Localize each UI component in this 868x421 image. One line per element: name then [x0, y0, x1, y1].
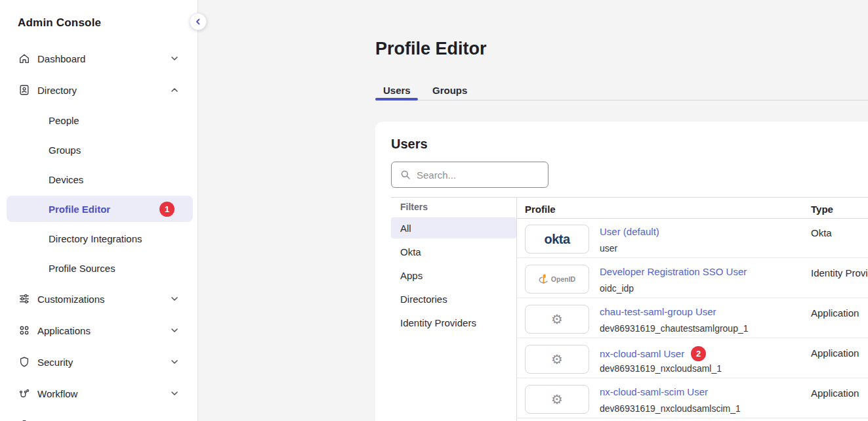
search-input[interactable] [417, 169, 535, 181]
sidebar-item-label: Devices [49, 174, 83, 185]
gear-icon: ⚙ [551, 353, 563, 366]
annotation-badge-1: 1 [159, 202, 175, 217]
card-heading: Users [391, 137, 428, 152]
profile-link[interactable]: chau-test-saml-group User [600, 306, 716, 317]
workflow-icon [18, 388, 30, 399]
okta-logo: okta [544, 232, 569, 247]
users-card: Users Filters All Okta Apps Directories … [375, 122, 868, 421]
admin-console-app: Admin Console Dashboard Directory People [0, 0, 868, 421]
table-row: okta User (default) user Okta [516, 218, 868, 258]
active-tab-indicator [375, 98, 418, 100]
chevron-down-icon [169, 325, 180, 336]
sidebar-item-label: Customizations [37, 294, 105, 305]
sidebar-item-workflow[interactable]: Workflow [8, 380, 192, 407]
tab-users[interactable]: Users [383, 85, 411, 96]
profile-type: Okta [811, 227, 832, 238]
openid-logo: OpenID [539, 273, 575, 285]
profile-id: oidc_idp [600, 283, 634, 294]
sidebar-item-label: Applications [37, 325, 91, 336]
gear-icon: ⚙ [551, 393, 563, 406]
sidebar-item-customizations[interactable]: Customizations [8, 286, 192, 312]
sidebar-item-label: Dashboard [37, 53, 85, 64]
sidebar-item-directory-integrations[interactable]: Directory Integrations [7, 225, 193, 252]
profile-id: dev86931619_nxcloudsaml_1 [600, 363, 722, 374]
profile-type: Identity Provider [811, 267, 868, 278]
chevron-left-icon [194, 17, 203, 26]
row-separator [516, 418, 868, 418]
sidebar: Admin Console Dashboard Directory People [0, 0, 198, 421]
column-header-type: Type [811, 204, 833, 215]
profile-type: Application [811, 388, 859, 399]
column-header-profile: Profile [525, 204, 556, 215]
sidebar-collapse-button[interactable] [190, 13, 207, 30]
search-icon [400, 169, 411, 180]
filter-item-apps[interactable]: Apps [391, 265, 516, 286]
profile-type: Application [811, 307, 859, 319]
table-row: ⚙ chau-test-saml-group User dev86931619_… [516, 298, 868, 338]
chevron-down-icon [169, 294, 180, 304]
profile-type: Application [811, 347, 859, 359]
sidebar-item-label: People [49, 115, 79, 126]
sliders-icon [18, 293, 30, 305]
sidebar-item-security[interactable]: Security [8, 349, 192, 375]
profile-logo-box: ⚙ [525, 305, 589, 334]
profile-logo-box: OpenID [525, 265, 589, 294]
table-row: ⚙ nx-cloud-saml-scim User dev86931619_nx… [516, 378, 868, 418]
profile-link[interactable]: User (default) [600, 226, 659, 237]
sidebar-item-directory[interactable]: Directory [8, 77, 192, 103]
sidebar-item-groups[interactable]: Groups [7, 137, 193, 163]
panel-top-border [391, 197, 868, 198]
filter-item-directories[interactable]: Directories [391, 288, 516, 309]
sidebar-item-label: Security [37, 357, 73, 368]
profile-id: dev86931619_nxcloudsamlscim_1 [600, 403, 741, 414]
chevron-up-icon [169, 85, 180, 95]
sidebar-item-label: Profile Editor [49, 204, 110, 215]
sidebar-item-profile-editor[interactable]: Profile Editor 1 [7, 196, 193, 222]
profile-id: dev86931619_chautestsamlgroup_1 [600, 323, 749, 334]
profile-link[interactable]: nx-cloud-saml-scim User [600, 386, 708, 397]
sidebar-item-label: Profile Sources [49, 263, 115, 274]
profile-logo-box: okta [525, 225, 589, 254]
annotation-badge-2: 2 [691, 346, 706, 361]
profile-link[interactable]: Developer Registration SSO User [600, 266, 747, 277]
sidebar-item-label: Directory [37, 85, 77, 96]
sidebar-item-applications[interactable]: Applications [8, 317, 192, 343]
chevron-down-icon [169, 53, 180, 64]
profile-id: user [600, 243, 617, 254]
app-title: Admin Console [18, 16, 101, 30]
filter-item-identity-providers[interactable]: Identity Providers [391, 312, 516, 333]
profile-logo-box: ⚙ [525, 385, 589, 414]
profile-logo-box: ⚙ [525, 345, 589, 374]
sidebar-item-label: Workflow [37, 388, 77, 399]
gear-icon: ⚙ [551, 313, 563, 326]
page-title: Profile Editor [375, 39, 487, 59]
sidebar-item-dashboard[interactable]: Dashboard [8, 45, 192, 72]
sidebar-item-label: Groups [49, 144, 81, 156]
filters-heading: Filters [400, 202, 428, 212]
chevron-down-icon [169, 388, 180, 399]
tab-groups[interactable]: Groups [432, 85, 467, 96]
apps-grid-icon [18, 324, 30, 336]
sidebar-item-label: Directory Integrations [49, 233, 142, 244]
chevron-down-icon [169, 357, 180, 367]
table-row: ⚙ nx-cloud-saml User 2 dev86931619_nxclo… [516, 338, 868, 378]
home-icon [18, 53, 30, 64]
sidebar-item-devices[interactable]: Devices [7, 166, 193, 192]
search-box[interactable] [391, 162, 548, 188]
filter-item-okta[interactable]: Okta [391, 241, 516, 262]
directory-badge-icon [18, 84, 30, 96]
sidebar-item-partial[interactable] [8, 412, 192, 421]
sidebar-item-people[interactable]: People [7, 107, 193, 133]
shield-icon [18, 356, 30, 368]
tab-divider-line [375, 100, 868, 100]
profile-link[interactable]: nx-cloud-saml User [600, 348, 684, 359]
table-row: OpenID Developer Registration SSO User o… [516, 258, 868, 298]
filter-item-all[interactable]: All [391, 217, 516, 238]
sidebar-item-profile-sources[interactable]: Profile Sources [7, 255, 193, 281]
